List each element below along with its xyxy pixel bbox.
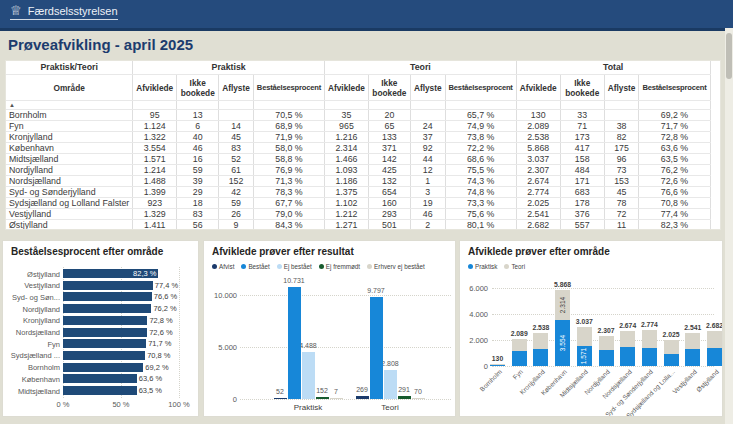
cell-value[interactable]: 72,6 %	[639, 176, 710, 187]
cell-value[interactable]: 2.538	[516, 132, 560, 143]
cell-value[interactable]: 152	[219, 176, 254, 187]
cell-value[interactable]: 39	[177, 176, 219, 187]
cell-value[interactable]: 70,8 %	[639, 198, 710, 209]
cell-value[interactable]: 14	[219, 121, 254, 132]
cell-value[interactable]: 376	[560, 209, 604, 220]
cell-value[interactable]: 1.216	[325, 132, 369, 143]
bar-erhverv-ej-bestået-praktisk[interactable]	[330, 398, 343, 399]
table-row[interactable]: Nordjylland1.214596176,9 %1.0934251275,5…	[6, 165, 710, 176]
cell-value[interactable]: 61	[219, 165, 254, 176]
cell-value[interactable]: 58,0 %	[253, 143, 324, 154]
bar-teori-1[interactable]	[512, 339, 527, 352]
cell-value[interactable]: 80,1 %	[445, 220, 516, 231]
bar-praktisk-6[interactable]	[620, 347, 635, 366]
cell-value[interactable]: 5.868	[516, 143, 560, 154]
cell-value[interactable]: 65	[368, 121, 410, 132]
bar-nordjylland[interactable]	[63, 304, 151, 313]
bar-teori-9[interactable]	[685, 333, 700, 349]
bar-bestået-praktisk[interactable]	[288, 287, 301, 399]
cell-value[interactable]: 3.037	[516, 154, 560, 165]
cell-value[interactable]: 75,6 %	[445, 209, 516, 220]
cell-value[interactable]: 71,9 %	[253, 132, 324, 143]
cell-value[interactable]: 42	[219, 187, 254, 198]
cell-value[interactable]: 1.124	[133, 121, 177, 132]
cell-omrade[interactable]: Østjylland	[6, 220, 133, 231]
cell-value[interactable]: 371	[368, 143, 410, 154]
table-header-ikke-bookede[interactable]: Ikke bookede	[177, 75, 219, 101]
bar-teori-10[interactable]	[707, 331, 722, 348]
cell-value[interactable]: 95	[133, 110, 177, 121]
cell-value[interactable]: 83	[219, 143, 254, 154]
cell-value[interactable]: 74,3 %	[445, 176, 516, 187]
cell-value[interactable]: 1.488	[133, 176, 177, 187]
bar-praktisk-5[interactable]	[599, 350, 614, 366]
cell-value[interactable]: 965	[325, 121, 369, 132]
cell-value[interactable]: 153	[604, 176, 639, 187]
cell-value[interactable]: 58,8 %	[253, 154, 324, 165]
cell-value[interactable]: 2	[410, 220, 445, 231]
table-header-aflyste[interactable]: Aflyste	[410, 75, 445, 101]
cell-value[interactable]: 1.186	[325, 176, 369, 187]
bar-ej-bestået-praktisk[interactable]	[302, 352, 315, 399]
cell-value[interactable]: 46	[410, 209, 445, 220]
cell-value[interactable]: 59	[219, 198, 254, 209]
cell-value[interactable]: 132	[368, 176, 410, 187]
cell-value[interactable]: 1.466	[325, 154, 369, 165]
cell-value[interactable]: 18	[177, 198, 219, 209]
cell-omrade[interactable]: Syd- og Sønderjylland	[6, 187, 133, 198]
cell-value[interactable]: 2.674	[516, 176, 560, 187]
cell-value[interactable]: 96	[604, 154, 639, 165]
cell-value[interactable]: 75,5 %	[445, 165, 516, 176]
cell-value[interactable]: 16	[177, 154, 219, 165]
cell-value[interactable]: 1.271	[325, 220, 369, 231]
table-group-header-praktisk[interactable]: Praktisk	[133, 61, 325, 75]
cell-value[interactable]: 44	[410, 154, 445, 165]
cell-value[interactable]: 38	[604, 121, 639, 132]
vertical-scrollbar-track[interactable]	[725, 28, 733, 424]
cell-value[interactable]: 1.322	[133, 132, 177, 143]
bar-afvist-teori[interactable]	[356, 396, 369, 399]
cell-value[interactable]: 74,9 %	[445, 121, 516, 132]
cell-value[interactable]: 557	[560, 220, 604, 231]
table-row[interactable]: København3.554468358,0 %2.3143719272,2 %…	[6, 143, 710, 154]
cell-value[interactable]: 56	[177, 220, 219, 231]
bar-erhverv-ej-bestået-teori[interactable]	[412, 398, 425, 399]
cell-value[interactable]: 175	[604, 143, 639, 154]
cell-value[interactable]: 683	[560, 187, 604, 198]
table-group-header-teori[interactable]: Teori	[325, 61, 517, 75]
cell-value[interactable]: 2.089	[516, 121, 560, 132]
table-header-best-elsesprocent[interactable]: Beståelsesprocent	[445, 75, 516, 101]
cell-value[interactable]: 2.307	[516, 165, 560, 176]
table-row[interactable]: Kronjylland1.322404571,9 %1.2161333773,8…	[6, 132, 710, 143]
sort-ascending-icon[interactable]: ▲	[6, 101, 133, 110]
table-group-header-total[interactable]: Total	[516, 61, 710, 75]
cell-value[interactable]: 1.093	[325, 165, 369, 176]
bar-teori-8[interactable]	[664, 340, 679, 354]
cell-value[interactable]: 654	[368, 187, 410, 198]
cell-value[interactable]: 12	[410, 165, 445, 176]
cell-value[interactable]: 11	[604, 220, 639, 231]
bar-praktisk-10[interactable]	[707, 348, 722, 366]
cell-value[interactable]: 72,2 %	[445, 143, 516, 154]
bar-bornholm[interactable]	[63, 363, 143, 372]
table-row[interactable]: Østjylland1.41156984,3 %1.271501280,1 %2…	[6, 220, 710, 231]
cell-value[interactable]: 6	[177, 121, 219, 132]
table-header-aflyste[interactable]: Aflyste	[604, 75, 639, 101]
bar-nordsjælland[interactable]	[63, 328, 147, 337]
cell-value[interactable]: 142	[368, 154, 410, 165]
cell-value[interactable]: 33	[560, 110, 604, 121]
cell-omrade[interactable]: Nordjylland	[6, 165, 133, 176]
cell-value[interactable]: 63,5 %	[639, 154, 710, 165]
table-corner-header[interactable]: Praktisk/Teori	[6, 61, 133, 75]
table-row[interactable]: Bornholm951370,5 %352065,7 %1303369,2 %	[6, 110, 710, 121]
cell-value[interactable]: 68,9 %	[253, 121, 324, 132]
bar-praktisk-8[interactable]	[664, 354, 679, 366]
cell-value[interactable]: 501	[368, 220, 410, 231]
cell-value[interactable]: 293	[368, 209, 410, 220]
cell-value[interactable]: 19	[410, 198, 445, 209]
cell-value[interactable]: 13	[177, 110, 219, 121]
cell-value[interactable]: 74,8 %	[445, 187, 516, 198]
table-header-best-elsesprocent[interactable]: Beståelsesprocent	[639, 75, 710, 101]
cell-value[interactable]: 92	[410, 143, 445, 154]
cell-value[interactable]: 73,8 %	[445, 132, 516, 143]
